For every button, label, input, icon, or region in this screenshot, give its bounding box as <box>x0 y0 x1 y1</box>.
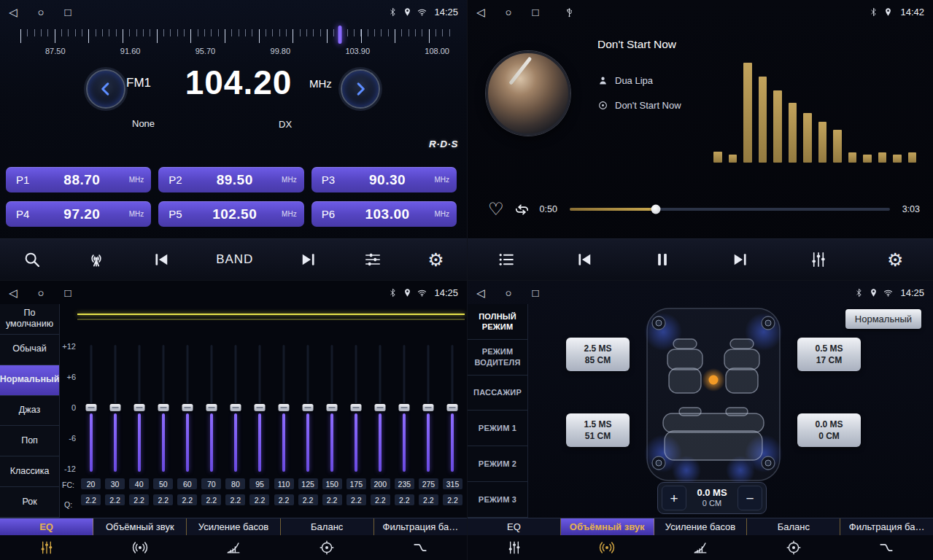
eq-preset-item[interactable]: Обычай <box>0 335 59 365</box>
preset-button[interactable]: P5 102.50 MHz <box>158 201 303 227</box>
slider-handle[interactable] <box>158 404 169 411</box>
eq-band-slider[interactable] <box>254 343 266 472</box>
eq-band-slider[interactable] <box>109 343 121 472</box>
surround-tab-icon[interactable] <box>561 540 654 556</box>
eq-preset-item[interactable]: Нормальный <box>0 365 59 396</box>
preset-button[interactable]: P3 90.30 MHz <box>311 167 457 192</box>
back-button[interactable]: ◁ <box>476 7 485 18</box>
next-track-button[interactable] <box>731 250 750 269</box>
tab[interactable]: Усиление басов <box>654 518 748 535</box>
balance-tab-icon[interactable] <box>747 540 840 556</box>
eq-band-slider[interactable] <box>158 343 169 472</box>
slider-handle[interactable] <box>327 404 338 411</box>
slider-handle[interactable] <box>303 404 314 411</box>
tab[interactable]: Фильтрация ба… <box>374 518 467 535</box>
recents-button[interactable]: □ <box>533 287 539 298</box>
settings-button[interactable]: ⚙ <box>427 251 444 269</box>
eq-tab-icon[interactable] <box>468 540 561 556</box>
preset-button[interactable]: P6 103.00 MHz <box>311 201 457 227</box>
scan-button[interactable] <box>23 250 42 269</box>
slider-handle[interactable] <box>279 404 290 411</box>
tab[interactable]: Баланс <box>747 518 840 535</box>
tab[interactable]: Фильтрация ба… <box>840 518 933 535</box>
preset-button[interactable]: P1 88.70 MHz <box>6 167 151 192</box>
preset-button[interactable]: P4 97.20 MHz <box>6 201 151 227</box>
tune-up-button[interactable] <box>341 69 380 109</box>
slider-handle[interactable] <box>206 404 217 411</box>
eq-band-slider[interactable] <box>182 343 193 472</box>
slider-handle[interactable] <box>399 404 410 411</box>
playlist-button[interactable] <box>497 250 516 269</box>
eq-tab-icon[interactable] <box>0 540 93 556</box>
frequency-indicator[interactable] <box>338 26 342 44</box>
band-button[interactable]: BAND <box>216 252 253 267</box>
pause-button[interactable] <box>653 250 672 269</box>
eq-settings-button[interactable] <box>809 250 828 269</box>
listening-mode-item[interactable]: РЕЖИМ ВОДИТЕЛЯ <box>468 340 527 376</box>
back-button[interactable]: ◁ <box>476 287 485 298</box>
eq-preset-item[interactable]: Классика <box>0 456 59 487</box>
tab[interactable]: Объёмный звук <box>561 518 654 535</box>
progress-knob[interactable] <box>651 205 661 214</box>
slider-handle[interactable] <box>351 404 362 411</box>
slider-handle[interactable] <box>109 404 120 411</box>
tab[interactable]: EQ <box>468 518 561 535</box>
seek-up-button[interactable] <box>299 250 318 269</box>
listening-mode-item[interactable]: ПОЛНЫЙ РЕЖИМ <box>468 304 527 340</box>
home-button[interactable]: ○ <box>38 287 44 298</box>
eq-settings-button[interactable] <box>363 250 382 269</box>
decrease-delay-button[interactable]: − <box>738 486 762 510</box>
back-button[interactable]: ◁ <box>9 7 18 18</box>
tab[interactable]: Баланс <box>281 518 374 535</box>
eq-preset-item[interactable]: Поп <box>0 426 59 456</box>
eq-band-slider[interactable] <box>278 343 290 472</box>
slider-handle[interactable] <box>182 404 193 411</box>
previous-track-button[interactable] <box>575 250 594 269</box>
recents-button[interactable]: □ <box>533 7 539 18</box>
profile-button[interactable]: Нормальный <box>845 309 921 329</box>
progress-bar[interactable] <box>570 208 890 211</box>
balance-tab-icon[interactable] <box>280 540 373 556</box>
preset-button[interactable]: P2 89.50 MHz <box>158 167 303 192</box>
eq-preset-item[interactable]: Джаз <box>0 396 59 427</box>
eq-preset-item[interactable]: Рок <box>0 487 59 518</box>
back-button[interactable]: ◁ <box>9 287 18 298</box>
tab[interactable]: Объёмный звук <box>93 518 187 535</box>
listening-mode-item[interactable]: РЕЖИМ 3 <box>468 482 527 518</box>
eq-band-slider[interactable] <box>302 343 314 472</box>
listening-position-marker[interactable] <box>709 376 719 385</box>
eq-band-slider[interactable] <box>350 343 362 472</box>
slider-handle[interactable] <box>85 404 96 411</box>
slider-handle[interactable] <box>230 404 241 411</box>
eq-band-slider[interactable] <box>133 343 145 472</box>
slider-handle[interactable] <box>254 404 265 411</box>
recents-button[interactable]: □ <box>65 7 71 18</box>
increase-delay-button[interactable]: + <box>662 486 686 510</box>
tune-down-button[interactable] <box>86 69 125 109</box>
repeat-button[interactable] <box>514 201 530 218</box>
eq-band-slider[interactable] <box>374 343 386 472</box>
eq-band-slider[interactable] <box>422 343 434 472</box>
filter-tab-icon[interactable] <box>840 540 933 556</box>
slider-handle[interactable] <box>447 404 458 411</box>
home-button[interactable]: ○ <box>38 7 44 18</box>
eq-band-slider[interactable] <box>206 343 217 472</box>
favorite-button[interactable]: ♡ <box>488 201 504 218</box>
recents-button[interactable]: □ <box>65 287 71 298</box>
settings-button[interactable]: ⚙ <box>887 251 903 269</box>
bass-boost-tab-icon[interactable] <box>654 540 747 556</box>
listening-mode-item[interactable]: ПАССАЖИР <box>468 376 527 411</box>
eq-band-slider[interactable] <box>398 343 410 472</box>
filter-tab-icon[interactable] <box>373 540 467 556</box>
listening-mode-item[interactable]: РЕЖИМ 1 <box>468 411 527 446</box>
eq-band-slider[interactable] <box>326 343 338 472</box>
eq-band-slider[interactable] <box>85 343 97 472</box>
listening-mode-item[interactable]: РЕЖИМ 2 <box>468 446 527 482</box>
antenna-button[interactable] <box>87 250 106 269</box>
seek-down-button[interactable] <box>152 250 171 269</box>
eq-band-slider[interactable] <box>230 343 241 472</box>
tab[interactable]: Усиление басов <box>187 518 280 535</box>
frequency-scale[interactable]: 87.50 91.60 95.70 99.80 103.90 108.00 <box>20 25 455 60</box>
slider-handle[interactable] <box>423 404 434 411</box>
surround-tab-icon[interactable] <box>93 540 187 556</box>
